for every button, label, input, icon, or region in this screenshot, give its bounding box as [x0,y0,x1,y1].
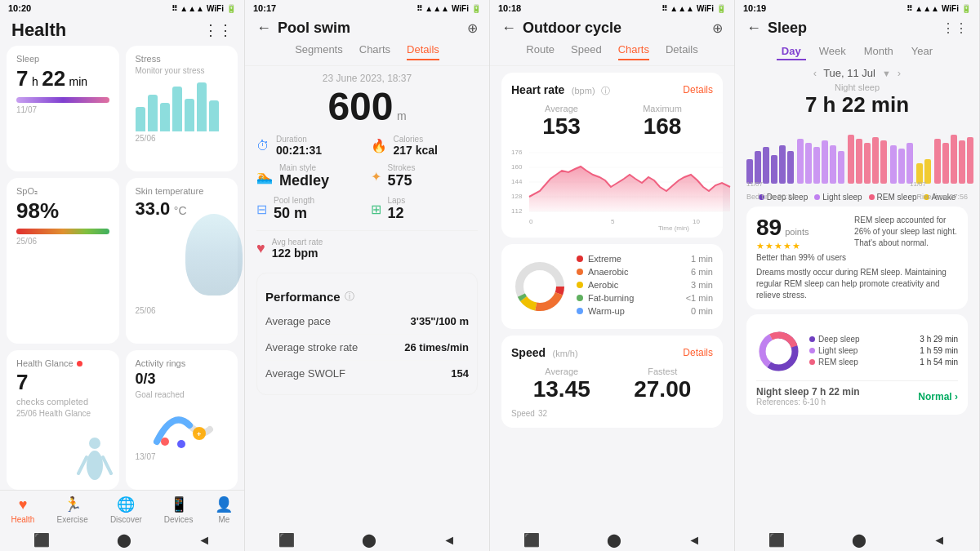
circle-btn-4[interactable]: ⬤ [852,532,866,548]
more-icon-4[interactable]: ⋮⋮ [942,20,968,36]
activity-rings-card[interactable]: Activity rings 0/3 Goal reached + 13/07 [126,350,238,490]
nav-me-label: Me [219,515,230,524]
laps-value: 12 [388,205,406,222]
pool-swim-header: ← Pool swim ⊕ [245,16,489,40]
back-btn-2[interactable]: ◄ [443,533,456,548]
next-date-btn[interactable]: › [898,67,901,79]
svg-point-1 [87,451,103,480]
spo2-card[interactable]: SpO₂ 98% 25/06 [7,178,119,344]
nav-health[interactable]: ♥ Health [11,496,35,524]
pool-length-content: Pool length 50 m [274,196,314,222]
stress-label: Stress [136,54,229,64]
rise-time-label: Rise time 07:56 [916,193,968,201]
status-bar-2: 10:17 ⠿ ▲▲▲ WiFi 🔋 [245,0,489,16]
tab-speed[interactable]: Speed [571,43,602,60]
square-btn-1[interactable]: ⬛ [33,532,50,548]
speed-fastest-label: Fastest [634,367,691,376]
swim-style-icon: 🏊 [256,169,273,184]
svg-text:10: 10 [693,218,700,225]
skin-temp-card[interactable]: Skin temperature 33.0 °C 25/06 [126,178,238,344]
square-btn-3[interactable]: ⬛ [523,532,540,548]
svg-text:144: 144 [511,178,523,185]
svg-point-5 [177,440,185,448]
speed-header: Speed (km/h) Details [511,345,713,360]
svg-rect-29 [763,147,769,184]
tab-year[interactable]: Year [906,43,938,60]
health-glance-label: Health Glance [16,358,74,368]
score-stars: ★★★★★ [756,241,846,251]
avg-pace-label: Average pace [265,315,331,327]
tab-charts-swim[interactable]: Charts [359,43,390,60]
spo2-label: SpO₂ [16,186,109,197]
anaerobic-dot [577,269,583,275]
circle-btn-1[interactable]: ⬤ [117,532,131,548]
tab-charts[interactable]: Charts [618,43,649,60]
hr-max-item: Maximum 168 [643,104,682,140]
tab-details-swim[interactable]: Details [407,43,439,60]
fat-burning-dot [577,295,583,301]
avg-hr-label: Avg heart rate [272,238,323,247]
pool-icon: ⊟ [256,202,267,217]
nav-exercise[interactable]: 🏃 Exercise [56,495,87,524]
heart-rate-section: Heart rate (bpm) ⓘ Details Average 153 M… [501,73,723,238]
speed-details-link[interactable]: Details [683,347,713,358]
svg-text:128: 128 [511,193,523,200]
wifi-icon: WiFi [207,4,224,13]
time-1: 10:20 [8,3,31,13]
normal-badge[interactable]: Normal › [918,391,958,402]
avg-hr-row: ♥ Avg heart rate 122 bpm [256,230,478,266]
stress-card[interactable]: Stress Monitor your stress 25/06 [126,46,238,171]
circle-btn-3[interactable]: ⬤ [607,532,621,548]
speed-fastest-value: 27.00 [634,376,691,402]
pool-length-value: 50 m [274,205,314,222]
nav-health-label: Health [11,515,35,524]
square-btn-4[interactable]: ⬛ [768,532,785,548]
swim-distance-row: 600 m [256,87,478,127]
pool-length-label: Pool length [274,196,314,205]
sleep-breakdown-section: Deep sleep 3 h 29 min Light sleep 1 h 59… [746,314,968,415]
avg-stroke-label: Average stroke rate [265,341,358,353]
tab-details-cycle[interactable]: Details [666,43,698,60]
bt-icon-4: ⠿ [906,4,912,13]
back-button-4[interactable]: ← [746,20,761,37]
tab-segments[interactable]: Segments [295,43,343,60]
square-btn-2[interactable]: ⬛ [278,532,295,548]
stress-bar-5 [185,99,194,131]
sleep-date-row: ‹ Tue, 11 Jul ▼ › [746,67,968,79]
circle-btn-2[interactable]: ⬤ [362,532,376,548]
nav-devices[interactable]: 📱 Devices [164,495,194,524]
back-btn-4[interactable]: ◄ [933,533,946,548]
tab-month[interactable]: Month [859,43,898,60]
health-glance-card[interactable]: Health Glance 7 checks completed 25/06 H… [7,350,119,490]
sleep-card[interactable]: Sleep 7 h 22 min 11/07 [7,46,119,171]
avg-hr-value: 122 bpm [272,247,323,260]
more-options-icon[interactable]: ⋮⋮ [203,21,233,39]
tab-week[interactable]: Week [814,43,851,60]
back-btn-1[interactable]: ◄ [198,533,211,548]
prev-date-btn[interactable]: ‹ [813,67,817,79]
status-icons-4: ⠿ ▲▲▲ WiFi 🔋 [906,4,971,13]
share-icon-3[interactable]: ⊕ [712,20,723,36]
nav-discover[interactable]: 🌐 Discover [110,495,142,524]
sleep-breakdown: Deep sleep 3 h 29 min Light sleep 1 h 59… [756,329,958,374]
wifi-icon-3: WiFi [697,4,714,13]
back-button-3[interactable]: ← [501,20,516,37]
svg-text:Time (min): Time (min) [658,224,689,232]
stress-bar-3 [160,103,170,131]
duration-label: Duration [276,135,322,144]
nav-me[interactable]: 👤 Me [215,495,233,524]
hr-max-label: Maximum [643,104,682,113]
hr-details-link[interactable]: Details [683,84,713,96]
svg-point-4 [161,438,169,446]
back-btn-3[interactable]: ◄ [688,533,701,548]
back-button-2[interactable]: ← [256,20,271,37]
tab-day[interactable]: Day [777,43,806,60]
sleep-tabs-row: Day Week Month Year [735,40,979,64]
sleep-h-unit: h [32,75,38,88]
hr-title-row: Heart rate (bpm) ⓘ [511,82,610,97]
strokes-label: Strokes [388,163,416,172]
sleep-duration: 7 h 22 min [746,92,968,118]
tab-route[interactable]: Route [526,43,555,60]
share-icon-2[interactable]: ⊕ [467,20,478,36]
dropdown-icon[interactable]: ▼ [882,69,891,78]
